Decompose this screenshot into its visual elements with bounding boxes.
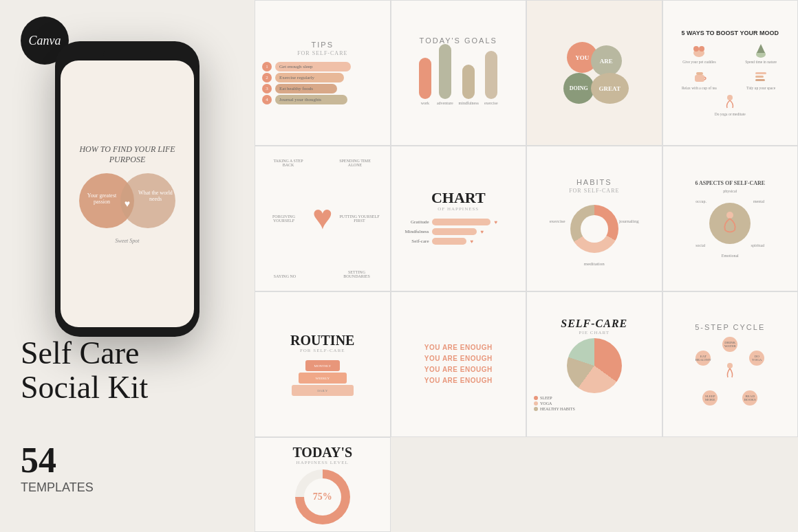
svg-point-1: [693, 46, 699, 52]
diagram-cell: ♥ TAKING A STEP BACK SPENDING TIME ALONE…: [255, 146, 391, 291]
happiness-title: TODAY'S: [292, 445, 352, 460]
tea-icon: [689, 67, 709, 86]
chart-row-2: Mindfulness ♥: [398, 228, 519, 235]
svg-rect-8: [755, 76, 764, 78]
diagram-label-saying: SAYING NO: [268, 274, 302, 278]
enough-text: YOU ARE ENOUGH YOU ARE ENOUGH YOU ARE EN…: [424, 342, 493, 386]
templates-label: TEMPLATES: [21, 480, 234, 495]
phone-notch: [103, 51, 151, 56]
diagram-inner: ♥ TAKING A STEP BACK SPENDING TIME ALONE…: [262, 153, 383, 284]
chart-row-3: Self-care ♥: [398, 238, 519, 245]
nature-icon: [751, 41, 770, 60]
habits-cell: HABITS FOR SELF-CARE exercise journaling…: [526, 146, 662, 291]
selfcare-subtitle: PIE CHART: [579, 330, 610, 335]
tip-1: 1 Get enough sleep: [262, 62, 383, 71]
enough-cell: YOU ARE ENOUGH YOU ARE ENOUGH YOU ARE EN…: [391, 291, 527, 437]
diagram-label-taking: TAKING A STEP BACK: [268, 159, 309, 167]
tips-title: TIPS: [312, 41, 334, 49]
svg-rect-7: [755, 72, 766, 74]
goal-bar-work: work: [419, 58, 431, 105]
cycle-diagram: DRINK WATER DO YOGA READ BOOKS SLEEP MOR…: [695, 337, 764, 406]
pyramid-weekly: WEEKLY: [299, 373, 347, 384]
routine-title: ROUTINE: [290, 333, 354, 348]
svg-marker-4: [757, 44, 765, 53]
cycle-node-drink: DRINK WATER: [722, 337, 737, 352]
svg-point-11: [726, 212, 733, 219]
svg-point-2: [699, 46, 704, 52]
pie-yoga: YOGA: [534, 401, 655, 406]
pyramid-daily: DAILY: [292, 385, 354, 396]
ways-grid: Give your pet cuddles Spend time in natu…: [670, 41, 791, 116]
chart-subtitle: OF HAPPINESS: [438, 206, 479, 212]
goal-bar-mindfulness: mindfulness: [459, 65, 479, 105]
phone-screen: HOW TO FIND YOUR LIFE PURPOSE Your great…: [61, 60, 194, 327]
cycle-cell: 5-STEP CYCLE DRINK WATER DO YOGA READ BO…: [662, 291, 799, 437]
heart-icon: ♥: [312, 200, 333, 234]
chart-bars: Gratitude ♥ Mindfulness ♥ Self-care ♥: [398, 216, 519, 247]
happiness-cell: TODAY'S HAPPINESS LEVEL 75%: [255, 437, 391, 532]
aspect-emotional: Emotional: [722, 254, 739, 258]
svg-point-10: [727, 95, 733, 100]
pie-chart: [567, 338, 622, 393]
cycle-title: 5-STEP CYCLE: [695, 323, 765, 331]
sweet-spot-label: Sweet Spot: [116, 238, 140, 244]
habits-label-journaling: journaling: [619, 219, 639, 224]
diagram-label-forgiving: FORGIVING YOURSELF: [265, 214, 303, 223]
aspects-title: 6 ASPECTS OF SELF-CARE: [695, 180, 765, 186]
routine-pyramid: MONTHLY WEEKLY DAILY: [292, 360, 354, 396]
cycle-node-eat: EAT HEALTHY: [695, 351, 711, 366]
aspect-social: social: [695, 243, 705, 247]
ways-cell: 5 WAYS TO BOOST YOUR MOOD Give your pet …: [662, 0, 799, 146]
aspect-occupational: occup.: [695, 199, 707, 203]
brand-title-line1: Self Care: [21, 336, 234, 371]
pie-sleep: SLEEP: [534, 396, 655, 400]
ways-item-2: Spend time in nature: [731, 41, 790, 64]
goal-bar-adventure: adventure: [437, 44, 453, 105]
habits-title: HABITS: [576, 178, 612, 186]
left-panel: Canva HOW TO FIND YOUR LIFE PURPOSE Your…: [0, 0, 255, 532]
ways-item-3: Relax with a cup of tea: [670, 67, 729, 90]
tips-list: 1 Get enough sleep 2 Exercise regularly …: [262, 60, 383, 106]
yoga-icon: [720, 93, 740, 112]
pie-healthy: HEALTHY HABITS: [534, 407, 655, 411]
svg-rect-5: [695, 75, 704, 82]
blob-great: GREAT: [591, 73, 629, 104]
aspects-cell: 6 ASPECTS OF SELF-CARE physical mental s…: [662, 146, 799, 291]
selfcare-cell: SELF-CARE PIE CHART SLEEP YOGA HEALTHY H…: [526, 291, 662, 437]
aspect-mental: mental: [753, 199, 764, 203]
happiness-subtitle: HAPPINESS LEVEL: [296, 460, 349, 465]
venn-right-label: What the world needs: [138, 190, 173, 203]
habits-subtitle: FOR SELF-CARE: [569, 188, 619, 194]
chart-title: CHART: [431, 190, 486, 206]
routine-subtitle: FOR SELF-CARE: [300, 348, 345, 353]
tip-3: 3 Eat healthy foods: [262, 84, 383, 93]
aspect-physical: physical: [723, 189, 737, 193]
tidy-icon: [751, 67, 770, 86]
routine-cell: ROUTINE FOR SELF-CARE MONTHLY WEEKLY DAI…: [255, 291, 391, 437]
happiness-percent: 75%: [304, 478, 341, 516]
cycle-node-read: READ BOOKS: [742, 390, 757, 406]
ways-title: 5 WAYS TO BOOST YOUR MOOD: [682, 30, 779, 37]
pie-legend: SLEEP YOGA HEALTHY HABITS: [534, 396, 655, 411]
aspects-center: [709, 203, 751, 244]
goal-bar-exercise: exercise: [484, 51, 498, 105]
happiness-donut: 75%: [295, 469, 350, 524]
venn-diagram: Your greatest passion What the world nee…: [79, 173, 175, 235]
chart-cell: CHART OF HAPPINESS Gratitude ♥ Mindfulne…: [391, 146, 527, 291]
cycle-figure: [720, 361, 740, 381]
svg-point-12: [727, 363, 733, 368]
pyramid-monthly: MONTHLY: [305, 360, 340, 371]
aspect-spiritual: spiritual: [751, 243, 765, 247]
blob-doing: DOING: [563, 73, 594, 104]
tips-cell: TIPS FOR SELF-CARE 1 Get enough sleep 2 …: [255, 0, 391, 146]
goals-title: TODAY'S GOALS: [420, 36, 497, 45]
brand-title-line2: Social Kit: [21, 370, 234, 406]
template-count: 54: [21, 440, 234, 480]
affirmation-cell: YOU ARE DOING GREAT: [526, 0, 662, 146]
venn-heart-icon: ♥: [125, 199, 130, 210]
goals-bars: work adventure mindfulness exercise: [419, 50, 498, 105]
selfcare-title: SELF-CARE: [561, 318, 627, 330]
pet-icon: [689, 41, 709, 60]
venn-left-label: Your greatest passion: [85, 192, 119, 206]
phone-screen-title: HOW TO FIND YOUR LIFE PURPOSE: [72, 144, 183, 165]
